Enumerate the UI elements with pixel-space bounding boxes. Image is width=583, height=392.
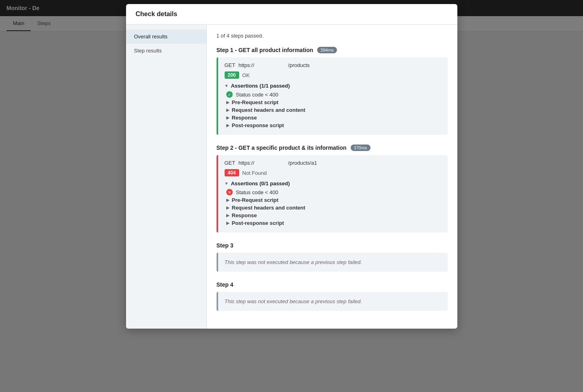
step2-title: Step 2 - GET a specific product & its in… — [217, 145, 448, 151]
step1-status-line: 200 OK — [225, 71, 441, 79]
sidebar-item-step-results[interactable]: Step results — [126, 44, 206, 58]
modal-body: Overall results Step results 1 of 4 step… — [126, 25, 457, 329]
step2-request-line: GET https:// /products/a1 — [225, 160, 441, 166]
step1-status-text: OK — [242, 72, 250, 78]
step3-skipped-message: This step was not executed because a pre… — [225, 258, 441, 267]
step1-section: Step 1 - GET all product information 394… — [217, 47, 448, 135]
step2-response[interactable]: Response — [225, 212, 441, 218]
step2-url: https:// — [238, 160, 285, 166]
step1-status-code: 200 — [225, 71, 239, 79]
step3-title: Step 3 — [217, 242, 448, 249]
step1-method: GET — [225, 62, 236, 68]
step1-path: /products — [288, 62, 309, 68]
step3-section: Step 3 This step was not executed becaus… — [217, 242, 448, 272]
step2-badge: 370ms — [351, 145, 370, 151]
step1-request-line: GET https:// /products — [225, 62, 441, 68]
step1-badge: 394ms — [317, 47, 337, 53]
step4-skipped-message: This step was not executed because a pre… — [225, 297, 441, 306]
step1-response[interactable]: Response — [225, 115, 441, 121]
step1-assertion-0: ✓ Status code < 400 — [225, 91, 441, 98]
step1-assertions-header[interactable]: Assertions (1/1 passed) — [225, 83, 441, 89]
step1-request-headers[interactable]: Request headers and content — [225, 107, 441, 113]
check-details-modal: Check details Overall results Step resul… — [126, 4, 457, 329]
step1-assertion-pass-icon: ✓ — [226, 91, 233, 98]
step4-card: This step was not executed because a pre… — [217, 292, 448, 311]
step2-path: /products/a1 — [288, 160, 317, 166]
step2-card: GET https:// /products/a1 404 Not Found — [217, 155, 448, 233]
step2-status-code: 404 — [225, 169, 239, 176]
step2-request-headers[interactable]: Request headers and content — [225, 205, 441, 211]
step1-title: Step 1 - GET all product information 394… — [217, 47, 448, 53]
step1-card: GET https:// /products 200 OK Assertion — [217, 57, 448, 135]
step2-method: GET — [225, 160, 236, 166]
step1-url: https:// — [238, 62, 285, 68]
step2-status-text: Not Found — [242, 170, 267, 176]
step1-pre-request[interactable]: Pre-Request script — [225, 99, 441, 105]
modal-header: Check details — [126, 4, 457, 25]
step2-post-response[interactable]: Post-response script — [225, 220, 441, 226]
modal-overlay: Check details Overall results Step resul… — [0, 0, 583, 392]
step2-assertion-0: ✕ Status code < 400 — [225, 189, 441, 195]
step4-title: Step 4 — [217, 281, 448, 288]
step2-assertion-fail-icon: ✕ — [226, 189, 233, 195]
modal-main-content: 1 of 4 steps passed. Step 1 - GET all pr… — [207, 25, 457, 329]
step2-pre-request[interactable]: Pre-Request script — [225, 197, 441, 203]
step2-assertions-header[interactable]: Assertions (0/1 passed) — [225, 180, 441, 187]
step2-status-line: 404 Not Found — [225, 169, 441, 176]
step2-section: Step 2 - GET a specific product & its in… — [217, 145, 448, 233]
overall-summary: 1 of 4 steps passed. — [217, 33, 448, 39]
step4-section: Step 4 This step was not executed becaus… — [217, 281, 448, 311]
sidebar-item-overall[interactable]: Overall results — [126, 29, 206, 44]
modal-sidebar: Overall results Step results — [126, 25, 207, 329]
step1-post-response[interactable]: Post-response script — [225, 122, 441, 128]
step3-card: This step was not executed because a pre… — [217, 253, 448, 272]
modal-title: Check details — [136, 10, 177, 17]
